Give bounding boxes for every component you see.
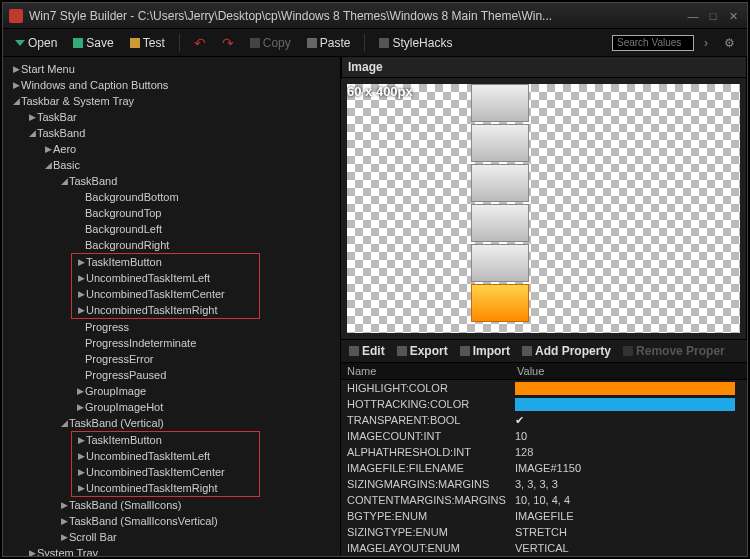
sprite-state[interactable] (471, 124, 529, 162)
test-button[interactable]: Test (124, 34, 171, 52)
tree-item[interactable]: ◢TaskBand (3, 125, 340, 141)
property-row[interactable]: BGTYPE:ENUMIMAGEFILE (341, 508, 747, 524)
remove-property-button[interactable]: Remove Proper (619, 343, 729, 359)
tree-item[interactable]: ▶UncombinedTaskItemRight (72, 480, 259, 496)
property-row[interactable]: IMAGECOUNT:INT10 (341, 428, 747, 444)
property-value[interactable] (511, 398, 747, 411)
expand-icon[interactable]: ◢ (59, 176, 69, 186)
property-row[interactable]: IMAGEFILE:FILENAMEIMAGE#1150 (341, 460, 747, 476)
tree-item[interactable]: ▶TaskBar (3, 109, 340, 125)
tree-item[interactable]: BackgroundTop (3, 205, 340, 221)
property-value[interactable]: 10 (511, 430, 747, 442)
tree-item[interactable]: BackgroundRight (3, 237, 340, 253)
close-button[interactable]: ✕ (725, 9, 741, 23)
tree-item[interactable]: ▶TaskBand (SmallIcons) (3, 497, 340, 513)
property-value[interactable]: VERTICAL (511, 542, 747, 554)
stylehacks-button[interactable]: StyleHacks (373, 34, 458, 52)
expand-icon[interactable]: ▶ (59, 500, 69, 510)
tree-item[interactable]: ProgressIndeterminate (3, 335, 340, 351)
column-value[interactable]: Value (511, 363, 550, 379)
property-value[interactable]: ✔ (511, 414, 747, 427)
property-row[interactable]: SIZINGMARGINS:MARGINS3, 3, 3, 3 (341, 476, 747, 492)
undo-button[interactable]: ↶ (188, 33, 212, 53)
tree-item[interactable]: ◢TaskBand (Vertical) (3, 415, 340, 431)
expand-icon[interactable]: ▶ (76, 273, 86, 283)
expand-icon[interactable]: ▶ (11, 64, 21, 74)
property-value[interactable]: 10, 10, 4, 4 (511, 494, 747, 506)
expand-icon[interactable]: ◢ (27, 128, 37, 138)
tree-item[interactable]: ▶UncombinedTaskItemRight (72, 302, 259, 318)
tree-item[interactable]: ▶System Tray (3, 545, 340, 556)
expand-icon[interactable]: ▶ (75, 386, 85, 396)
tree-item[interactable]: ▶Aero (3, 141, 340, 157)
tree-item[interactable]: ▶Scroll Bar (3, 529, 340, 545)
tree-item[interactable]: BackgroundLeft (3, 221, 340, 237)
paste-button[interactable]: Paste (301, 34, 357, 52)
tree-item[interactable]: Progress (3, 319, 340, 335)
property-row[interactable]: ALPHATHRESHOLD:INT128 (341, 444, 747, 460)
property-row[interactable]: IMAGELAYOUT:ENUMVERTICAL (341, 540, 747, 556)
expand-icon[interactable]: ▶ (59, 532, 69, 542)
expand-icon[interactable]: ▶ (76, 483, 86, 493)
expand-icon[interactable]: ▶ (27, 112, 37, 122)
expand-icon[interactable]: ▶ (76, 257, 86, 267)
add-property-button[interactable]: Add Property (518, 343, 615, 359)
next-button[interactable]: › (698, 34, 714, 52)
property-value[interactable]: STRETCH (511, 526, 747, 538)
tree-item[interactable]: ▶TaskBand (SmallIconsVertical) (3, 513, 340, 529)
expand-icon[interactable]: ◢ (43, 160, 53, 170)
tree-item[interactable]: ▶Windows and Caption Buttons (3, 77, 340, 93)
sprite-state[interactable] (471, 244, 529, 282)
expand-icon[interactable]: ▶ (43, 144, 53, 154)
sprite-state[interactable] (471, 204, 529, 242)
open-button[interactable]: Open (9, 34, 63, 52)
property-row[interactable]: HIGHLIGHT:COLOR (341, 380, 747, 396)
tree-item[interactable]: ◢Taskbar & System Tray (3, 93, 340, 109)
search-input[interactable] (612, 35, 694, 51)
tree-item[interactable]: ▶GroupImageHot (3, 399, 340, 415)
expand-icon[interactable]: ▶ (76, 289, 86, 299)
tree-item[interactable]: ▶Start Menu (3, 61, 340, 77)
property-value[interactable]: 3, 3, 3, 3 (511, 478, 747, 490)
sprite-state[interactable] (471, 164, 529, 202)
column-name[interactable]: Name (341, 363, 511, 379)
expand-icon[interactable]: ◢ (59, 418, 69, 428)
property-value[interactable]: IMAGEFILE (511, 510, 747, 522)
checkbox-icon[interactable]: ✔ (515, 414, 524, 426)
tree-item[interactable]: BackgroundBottom (3, 189, 340, 205)
property-value[interactable]: 128 (511, 446, 747, 458)
sprite-state[interactable] (471, 84, 529, 122)
redo-button[interactable]: ↷ (216, 33, 240, 53)
expand-icon[interactable]: ▶ (27, 548, 37, 556)
expand-icon[interactable]: ▶ (59, 516, 69, 526)
tree-item[interactable]: ProgressPaused (3, 367, 340, 383)
settings-button[interactable]: ⚙ (718, 34, 741, 52)
tree-item[interactable]: ProgressError (3, 351, 340, 367)
sprite-state-active[interactable] (471, 284, 529, 322)
tree-item[interactable]: ▶UncombinedTaskItemCenter (72, 464, 259, 480)
tree-item[interactable]: ◢Basic (3, 157, 340, 173)
titlebar[interactable]: Win7 Style Builder - C:\Users\Jerry\Desk… (3, 3, 747, 29)
expand-icon[interactable]: ▶ (76, 467, 86, 477)
property-value[interactable] (511, 382, 747, 395)
tree-item[interactable]: ▶GroupImage (3, 383, 340, 399)
copy-button[interactable]: Copy (244, 34, 297, 52)
color-swatch[interactable] (515, 398, 735, 411)
image-preview[interactable]: 60 x 400px (341, 78, 747, 339)
property-row[interactable]: CONTENTMARGINS:MARGINS10, 10, 4, 4 (341, 492, 747, 508)
tree-view[interactable]: ▶Start Menu▶Windows and Caption Buttons◢… (3, 57, 341, 556)
edit-button[interactable]: Edit (345, 343, 389, 359)
tree-item[interactable]: ▶TaskItemButton (72, 254, 259, 270)
expand-icon[interactable]: ▶ (75, 402, 85, 412)
tree-item[interactable]: ▶TaskItemButton (72, 432, 259, 448)
expand-icon[interactable]: ▶ (76, 435, 86, 445)
property-row[interactable]: SIZINGTYPE:ENUMSTRETCH (341, 524, 747, 540)
tree-item[interactable]: ▶UncombinedTaskItemCenter (72, 286, 259, 302)
tree-item[interactable]: ▶UncombinedTaskItemLeft (72, 448, 259, 464)
tree-item[interactable]: ◢TaskBand (3, 173, 340, 189)
color-swatch[interactable] (515, 382, 735, 395)
expand-icon[interactable]: ▶ (11, 80, 21, 90)
expand-icon[interactable]: ▶ (76, 305, 86, 315)
property-row[interactable]: HOTTRACKING:COLOR (341, 396, 747, 412)
expand-icon[interactable]: ◢ (11, 96, 21, 106)
